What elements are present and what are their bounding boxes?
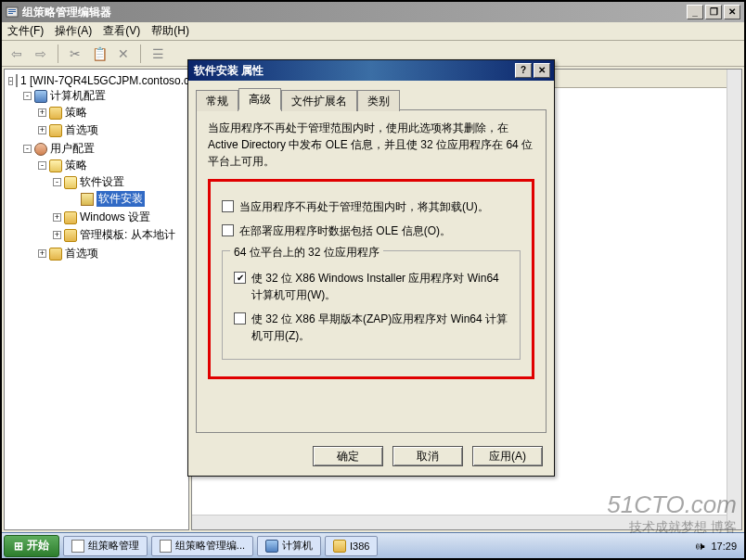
tree-admin-templates[interactable]: 管理模板: 从本地计 <box>80 227 175 243</box>
checkbox-ole-label: 在部署应用程序时数据包括 OLE 信息(O)。 <box>239 223 451 239</box>
tree-toggle[interactable]: + <box>38 249 46 258</box>
tree-computer-config[interactable]: 计算机配置 <box>50 88 106 104</box>
task-icon <box>71 540 84 553</box>
tree-toggle[interactable]: - <box>53 178 61 186</box>
close-button[interactable]: ✕ <box>724 5 740 19</box>
svg-rect-2 <box>8 11 16 12</box>
folder-icon <box>64 211 77 224</box>
clock: 17:29 <box>711 541 737 552</box>
taskbar-item-i386[interactable]: I386 <box>325 536 378 556</box>
tab-file-extensions[interactable]: 文件扩展名 <box>281 90 357 111</box>
tree-root[interactable]: 1 [WIN-7QR4L5GCJPM.contoso.c <box>20 74 189 87</box>
checkbox-uninstall-label: 当应用程序不再处于管理范围内时，将其卸载(U)。 <box>239 198 489 215</box>
cancel-button[interactable]: 取消 <box>392 446 463 466</box>
folder-open-icon <box>64 176 77 189</box>
horizontal-scrollbar[interactable] <box>192 515 727 529</box>
tree-toggle[interactable]: + <box>38 108 46 117</box>
ok-button[interactable]: 确定 <box>313 446 383 466</box>
menu-help[interactable]: 帮助(H) <box>151 23 189 39</box>
minimize-button[interactable]: _ <box>687 5 703 19</box>
folder-open-icon <box>49 159 62 172</box>
tree-toggle[interactable]: - <box>38 161 46 170</box>
folder-icon <box>49 248 62 261</box>
dialog-help-button[interactable]: ? <box>515 63 532 78</box>
dialog-tabs: 常规 高级 文件扩展名 类别 <box>196 88 547 109</box>
folder-icon <box>333 540 346 553</box>
taskbar-item-gpedit[interactable]: 组策略管理编... <box>151 536 253 556</box>
checkbox-win64-msi[interactable] <box>234 272 246 284</box>
tree-toggle[interactable]: - <box>23 145 32 153</box>
computer-icon <box>265 540 278 553</box>
tree-toggle[interactable]: - <box>23 92 32 100</box>
groupbox-title: 64 位平台上的 32 位应用程序 <box>230 244 383 261</box>
highlight-box: 当应用程序不再处于管理范围内时，将其卸载(U)。 在部署应用程序时数据包括 OL… <box>208 179 534 379</box>
tree-preferences2[interactable]: 首选项 <box>65 246 98 261</box>
tree-toggle[interactable]: + <box>38 126 46 134</box>
dialog-titlebar: 软件安装 属性 ? ✕ <box>188 60 554 81</box>
folder-icon <box>49 107 62 120</box>
tree-preferences[interactable]: 首选项 <box>65 122 98 138</box>
cut-icon[interactable]: ✂ <box>66 45 84 63</box>
checkbox-win64-msi-label: 使 32 位 X86 Windows Installer 应用程序对 Win64… <box>251 270 508 303</box>
tree-policies2[interactable]: 策略 <box>65 158 87 173</box>
paste-icon[interactable]: 📋 <box>90 45 109 63</box>
folder-icon <box>64 229 77 242</box>
start-button[interactable]: ⊞ 开始 <box>4 535 59 557</box>
delete-icon[interactable]: ✕ <box>114 45 133 63</box>
tree-user-config[interactable]: 用户配置 <box>50 141 95 157</box>
menu-file[interactable]: 文件(F) <box>7 23 44 39</box>
task-icon <box>160 540 172 553</box>
back-icon[interactable]: ⇦ <box>7 45 26 63</box>
folder-icon <box>49 124 62 137</box>
svg-rect-3 <box>8 13 13 14</box>
properties-dialog: 软件安装 属性 ? ✕ 常规 高级 文件扩展名 类别 当应用程序不再处于管理范围… <box>187 59 555 477</box>
tab-description: 当应用程序不再处于管理范围内时，使用此选项将其删除，在 Active Direc… <box>208 120 534 170</box>
titlebar: 组策略管理编辑器 _ ❐ ✕ <box>2 2 744 22</box>
vertical-scrollbar[interactable] <box>727 70 741 529</box>
computer-icon <box>34 90 47 103</box>
taskbar-item-computer[interactable]: 计算机 <box>257 536 321 556</box>
restore-button[interactable]: ❐ <box>705 5 722 19</box>
tree-toggle[interactable]: + <box>53 213 61 222</box>
checkbox-win64-zap[interactable] <box>234 312 246 325</box>
tree-software-settings[interactable]: 软件设置 <box>80 174 124 190</box>
tree-toggle[interactable]: + <box>53 231 61 239</box>
tree-toggle[interactable]: - <box>8 77 13 85</box>
policy-icon <box>16 74 18 87</box>
tree-windows-settings[interactable]: Windows 设置 <box>80 210 150 225</box>
separator <box>140 45 141 63</box>
separator <box>58 45 58 63</box>
taskbar: ⊞ 开始 组策略管理 组策略管理编... 计算机 I386 🕪 17:29 <box>2 532 744 558</box>
tree-policies[interactable]: 策略 <box>65 105 87 121</box>
properties-icon[interactable]: ☰ <box>148 45 167 63</box>
dialog-buttons: 确定 取消 应用(A) <box>188 440 554 476</box>
tree-software-install[interactable]: 软件安装 <box>96 191 145 207</box>
apply-button[interactable]: 应用(A) <box>472 446 543 466</box>
dialog-close-button[interactable]: ✕ <box>534 63 550 78</box>
svg-rect-1 <box>8 9 16 10</box>
taskbar-item-gpmc[interactable]: 组策略管理 <box>63 536 148 556</box>
dialog-title: 软件安装 属性 <box>192 63 515 79</box>
menubar: 文件(F) 操作(A) 查看(V) 帮助(H) <box>2 22 744 41</box>
menu-view[interactable]: 查看(V) <box>103 23 140 39</box>
tab-panel-advanced: 当应用程序不再处于管理范围内时，使用此选项将其删除，在 Active Direc… <box>196 109 547 433</box>
forward-icon[interactable]: ⇨ <box>32 45 50 63</box>
tree-view[interactable]: -1 [WIN-7QR4L5GCJPM.contoso.c -计算机配置 +策略… <box>4 69 189 530</box>
tab-category[interactable]: 类别 <box>357 90 400 111</box>
checkbox-ole[interactable] <box>222 224 234 236</box>
user-icon <box>34 143 47 156</box>
system-tray[interactable]: 🕪 17:29 <box>688 541 744 552</box>
menu-action[interactable]: 操作(A) <box>55 23 92 39</box>
tab-general[interactable]: 常规 <box>196 90 238 111</box>
tab-advanced[interactable]: 高级 <box>238 88 281 110</box>
package-icon <box>81 193 94 206</box>
tray-icon[interactable]: 🕪 <box>695 541 705 552</box>
checkbox-uninstall[interactable] <box>222 200 234 212</box>
groupbox-64bit: 64 位平台上的 32 位应用程序 使 32 位 X86 Windows Ins… <box>222 250 521 360</box>
windows-logo-icon: ⊞ <box>14 540 23 553</box>
window-title: 组策略管理编辑器 <box>22 5 687 20</box>
checkbox-win64-zap-label: 使 32 位 X86 早期版本(ZAP)应用程序对 Win64 计算机可用(Z)… <box>251 311 508 344</box>
app-icon <box>6 6 19 19</box>
start-label: 开始 <box>27 538 49 554</box>
